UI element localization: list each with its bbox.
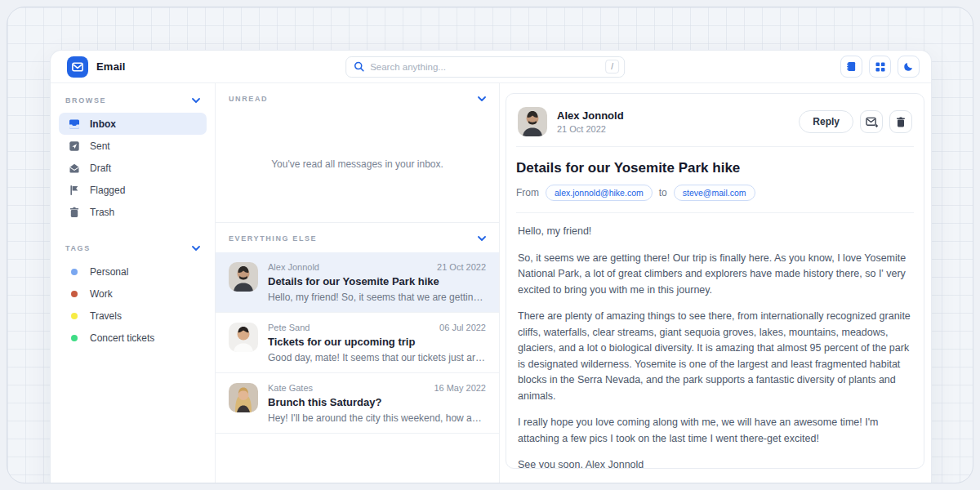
- unread-section-label: UNREAD: [229, 95, 268, 103]
- body-paragraph: Hello, my friend!: [518, 224, 912, 240]
- tag-label: Concert tickets: [90, 332, 154, 344]
- app-header: Email /: [51, 51, 931, 83]
- email-list-item[interactable]: Alex Jonnold 21 Oct 2022 Details for our…: [216, 252, 499, 313]
- draft-icon: [69, 163, 80, 174]
- email-preview: Hello, my friend! So, it seems that we a…: [268, 292, 486, 303]
- email-detail-card: Alex Jonnold 21 Oct 2022 Reply: [506, 93, 924, 469]
- body-paragraph: See you soon, Alex Jonnold: [518, 457, 912, 469]
- tag-item-personal[interactable]: Personal: [59, 261, 207, 283]
- sidebar-browse-group: BROWSE Inbox: [59, 95, 207, 223]
- forward-mail-button[interactable]: [860, 110, 883, 133]
- sidebar-item-label: Sent: [90, 140, 110, 152]
- browse-collapse-chevron-icon[interactable]: [192, 98, 200, 103]
- email-list: Alex Jonnold 21 Oct 2022 Details for our…: [216, 252, 499, 483]
- dark-mode-toggle-button[interactable]: [898, 56, 920, 78]
- unread-section: UNREAD You've read all messages in your …: [216, 83, 499, 222]
- email-subject: Details for our Yosemite Park hike: [268, 275, 486, 287]
- detail-date: 21 Oct 2022: [557, 124, 624, 134]
- sidebar-item-label: Inbox: [90, 118, 116, 130]
- flag-icon: [69, 185, 80, 196]
- email-preview: Good day, mate! It seems that our ticket…: [268, 352, 486, 363]
- tag-color-dot: [71, 313, 78, 319]
- sidebar-item-label: Draft: [90, 163, 111, 174]
- to-email-chip[interactable]: steve@mail.com: [674, 185, 755, 201]
- email-date: 06 Jul 2022: [439, 323, 486, 332]
- detail-header: Alex Jonnold 21 Oct 2022 Reply: [516, 105, 914, 146]
- search-icon: [354, 61, 364, 72]
- tag-label: Work: [90, 288, 113, 300]
- email-body: Hello, my friend! So, it seems we are ge…: [516, 213, 914, 469]
- everything-else-label: EVERYTHING ELSE: [229, 234, 317, 243]
- email-list-item[interactable]: Pete Sand 06 Jul 2022 Tickets for our up…: [216, 313, 499, 373]
- tag-item-work[interactable]: Work: [59, 283, 207, 305]
- tag-item-travels[interactable]: Travels: [59, 305, 207, 327]
- detail-sender-name: Alex Jonnold: [557, 109, 624, 122]
- email-app-window: Email /: [50, 50, 932, 483]
- sidebar-item-trash[interactable]: Trash: [59, 201, 207, 223]
- header-actions: [840, 56, 920, 78]
- tag-item-concert-tickets[interactable]: Concert tickets: [59, 327, 207, 349]
- email-sender: Kate Gates: [268, 383, 313, 393]
- avatar: [229, 323, 258, 352]
- unread-section-header: UNREAD: [229, 95, 486, 103]
- body-paragraph: I really hope you love coming along with…: [518, 415, 912, 447]
- email-subject: Tickets for our upcoming trip: [268, 336, 486, 348]
- email-subject: Brunch this Saturday?: [268, 396, 486, 408]
- avatar: [229, 383, 258, 412]
- everything-else-collapse-chevron-icon[interactable]: [478, 236, 486, 241]
- sidebar-tags-group: TAGS Personal Work: [59, 243, 207, 349]
- sidebar-item-draft[interactable]: Draft: [59, 157, 207, 179]
- search-input[interactable]: [370, 62, 599, 72]
- apps-grid-button[interactable]: [869, 56, 891, 78]
- email-sender: Alex Jonnold: [268, 262, 319, 272]
- tags-section-label: TAGS: [65, 244, 91, 252]
- email-logo-icon: [67, 56, 88, 78]
- unread-collapse-chevron-icon[interactable]: [478, 96, 486, 101]
- app-body: BROWSE Inbox: [51, 83, 931, 483]
- reading-pane: Alex Jonnold 21 Oct 2022 Reply: [500, 83, 931, 483]
- body-paragraph: There are plenty of amazing things to se…: [518, 309, 912, 404]
- message-list-column: UNREAD You've read all messages in your …: [216, 83, 500, 483]
- tag-label: Travels: [90, 310, 122, 322]
- sidebar-item-inbox[interactable]: Inbox: [59, 113, 207, 135]
- tags-section-header: TAGS: [59, 243, 207, 261]
- from-label: From: [516, 187, 539, 198]
- body-paragraph: So, it seems we are getting there! Our t…: [518, 251, 912, 299]
- page-background: Email /: [7, 7, 973, 483]
- email-sender: Pete Sand: [268, 323, 310, 332]
- email-date: 21 Oct 2022: [437, 262, 486, 272]
- email-date: 16 May 2022: [434, 383, 486, 393]
- browse-section-header: BROWSE: [59, 95, 207, 113]
- email-preview: Hey! I'll be around the city this weeken…: [268, 412, 486, 424]
- tag-label: Personal: [90, 266, 128, 278]
- inbox-icon: [69, 118, 80, 130]
- divider: [516, 146, 914, 147]
- to-label: to: [659, 187, 667, 198]
- sidebar: BROWSE Inbox: [51, 83, 216, 483]
- tag-color-dot: [71, 269, 78, 275]
- tags-collapse-chevron-icon[interactable]: [192, 246, 200, 251]
- from-email-chip[interactable]: alex.jonnold@hike.com: [546, 185, 653, 201]
- sidebar-item-label: Flagged: [90, 185, 125, 196]
- tag-color-dot: [71, 335, 78, 341]
- reply-button[interactable]: Reply: [799, 110, 853, 133]
- search-shortcut-badge: /: [605, 60, 619, 74]
- avatar: [518, 107, 547, 136]
- from-to-row: From alex.jonnold@hike.com to steve@mail…: [516, 185, 914, 212]
- sent-icon: [69, 140, 80, 152]
- avatar: [229, 262, 258, 292]
- app-title: Email: [96, 60, 126, 73]
- address-book-button[interactable]: [840, 56, 862, 78]
- detail-actions: Reply: [799, 110, 912, 133]
- sidebar-item-flagged[interactable]: Flagged: [59, 179, 207, 201]
- trash-icon: [69, 207, 80, 218]
- email-list-item[interactable]: Kate Gates 16 May 2022 Brunch this Satur…: [216, 373, 499, 434]
- browse-section-label: BROWSE: [65, 96, 106, 105]
- sidebar-item-label: Trash: [90, 207, 114, 218]
- app-brand: Email: [62, 56, 126, 78]
- sidebar-item-sent[interactable]: Sent: [59, 135, 207, 157]
- detail-subject: Details for our Yosemite Park hike: [516, 160, 914, 176]
- search-bar[interactable]: /: [345, 56, 625, 78]
- everything-else-section-header: EVERYTHING ELSE: [216, 222, 499, 252]
- delete-button[interactable]: [889, 110, 912, 133]
